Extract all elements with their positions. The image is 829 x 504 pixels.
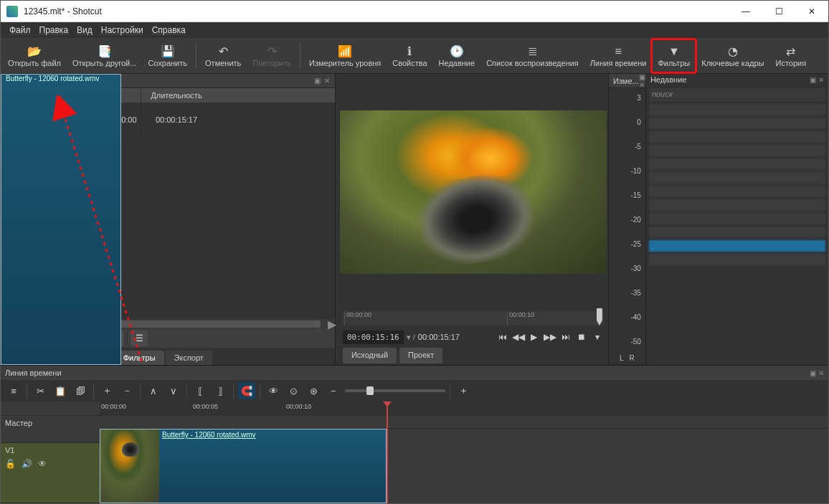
timecode-total: 00:00:15:17 [418,333,460,341]
recent-panel-controls[interactable]: ▣ ✕ [810,76,824,84]
recent-item[interactable] [649,213,825,224]
playlist-panel-controls[interactable]: ▣ ✕ [314,77,331,85]
timeline-ruler[interactable]: 00:00:00 00:00:05 00:00:10 [100,401,828,416]
timeline-tool-15[interactable]: ＋ [455,382,472,399]
recent-item[interactable] [649,158,825,170]
window-controls: — ☐ ✕ [729,1,828,22]
menu-file[interactable]: Файл [5,24,35,37]
meter-tick: -30 [630,265,640,272]
timeline-clip[interactable]: Butterfly - 12060 rotated.wmv [100,429,387,503]
timeline-tool-12[interactable]: ⊙ [285,382,302,399]
viewer[interactable] [340,77,607,308]
player-menu-icon[interactable]: ▾ [591,332,604,342]
skip-prev-button[interactable]: ⏮ [496,332,509,342]
minimize-button[interactable]: — [729,1,762,22]
recent-item[interactable] [649,186,825,197]
skip-next-button[interactable]: ⏭ [559,332,572,342]
track-header-v1[interactable]: V1 🔓 🔊 👁 [1,443,100,503]
timeline-tool-13[interactable]: ⊛ [305,382,322,399]
stop-button[interactable]: ⏹ [575,332,588,342]
ruler-1: 00:00:05 [193,403,218,410]
timeline-tool-10[interactable]: 🧲 [238,382,255,399]
timeline-tool-9[interactable]: ⟧ [212,382,229,399]
timeline-tool-2[interactable]: 📋 [52,382,69,399]
tab-source[interactable]: Исходный [343,348,397,363]
keyframes-button[interactable]: ◔Ключевые кадры [696,39,769,72]
scrub-track[interactable]: 00:00:00 00:00:10 [343,311,604,325]
recent-item[interactable] [649,254,825,265]
timeline-tool-1[interactable]: ✂ [32,382,49,399]
col-duration[interactable]: Длительность [141,88,212,103]
tab-project[interactable]: Проект [399,348,442,363]
timeline-tool-7[interactable]: ∨ [165,382,182,399]
recent-item[interactable] [649,199,825,211]
rewind-button[interactable]: ◀◀ [512,332,525,342]
recent-item[interactable] [649,145,825,156]
menu-view[interactable]: Вид [72,24,97,37]
ruler-0: 00:00:00 [101,403,126,410]
open-file-button[interactable]: 📂Открыть файл [2,39,67,72]
timeline-tool-3[interactable]: 🗐 [72,382,89,399]
forward-button[interactable]: ▶▶ [544,332,556,342]
zoom-slider[interactable] [345,389,445,392]
meter-tick: -50 [630,338,640,346]
scrub-handle[interactable] [597,308,602,325]
timeline-tool-0[interactable]: ≡ [5,382,22,399]
timeline-panel-controls[interactable]: ▣ ✕ [810,369,824,377]
playlist-tool-6[interactable]: ☰ [131,331,148,346]
timeline-button[interactable]: ≡Линия времени [584,39,653,72]
recent-item[interactable] [649,104,825,115]
meter-l: L [620,354,624,362]
title-bar: 12345.mlt* - Shotcut — ☐ ✕ [1,1,828,22]
timeline-tool-6[interactable]: ∧ [145,382,162,399]
keyframes-button-icon: ◔ [728,44,738,59]
recent-item[interactable] [649,240,825,252]
peak-meter-button-label: Измеритель уровня [309,59,381,67]
video-track[interactable]: Butterfly - 12060 rotated.wmv [100,429,828,503]
history-button-icon: ⇄ [786,44,795,59]
master-header[interactable]: Мастер [1,416,100,443]
peak-meter-button[interactable]: 📶Измеритель уровня [303,39,387,72]
tab-export[interactable]: Экспорт [166,351,212,365]
menu-edit[interactable]: Правка [35,24,73,37]
play-button[interactable]: ▶ [528,332,541,342]
undo-button-label: Отменить [205,59,241,67]
lock-icon[interactable]: 🔓 [5,459,16,469]
tracks-area[interactable]: 00:00:00 00:00:05 00:00:10 Butterfly - 1… [100,401,828,503]
close-button[interactable]: ✕ [795,1,828,22]
redo-button[interactable]: ↷Повторить [247,39,297,72]
recent-item[interactable] [649,131,825,143]
meter-tick: -20 [630,216,640,224]
timeline-tool-5[interactable]: － [118,382,136,399]
menu-settings[interactable]: Настройки [97,24,148,37]
recent-item[interactable] [649,172,825,184]
timecode-current[interactable]: 00:00:15:16 [343,331,404,344]
playhead[interactable] [387,401,388,503]
save-button[interactable]: 💾Сохранить [142,39,193,72]
peak-meter-button-icon: 📶 [338,44,352,59]
playlist-button[interactable]: ≣Список воспроизведения [480,39,584,72]
recent-item[interactable] [649,227,825,238]
properties-button[interactable]: ℹСвойства [387,39,432,72]
tc-sep: ▾ / [407,333,415,342]
maximize-button[interactable]: ☐ [762,1,795,22]
undo-button[interactable]: ↶Отменить [199,39,247,72]
master-track[interactable] [100,416,828,429]
timeline-toolbar: ≡✂📋🗐＋－∧∨⟦⟧🧲👁⊙⊛−＋ [1,380,828,401]
tab-filters[interactable]: Фильтры [115,351,164,365]
timeline-tool-14[interactable]: − [325,382,342,399]
recent-search-input[interactable]: поиск [649,88,825,101]
recent-button[interactable]: 🕑Недавние [433,39,481,72]
timeline-tool-11[interactable]: 👁 [265,382,282,399]
timeline-tool-8[interactable]: ⟦ [191,382,209,399]
history-button[interactable]: ⇄История [770,39,813,72]
playlist-row[interactable]: 1 Butterfly - 12060 rotated.wmv 00:00:00… [1,103,335,137]
menu-help[interactable]: Справка [148,24,190,37]
open-other-button[interactable]: 📑Открыть другой... [67,39,142,72]
scrub-bar[interactable]: 00:00:00 00:00:10 [340,308,607,326]
timeline-tool-4[interactable]: ＋ [98,382,115,399]
eye-icon[interactable]: 👁 [38,459,47,469]
recent-item[interactable] [649,118,825,129]
filters-button[interactable]: ▼Фильтры [652,39,696,72]
mute-icon[interactable]: 🔊 [22,459,32,469]
